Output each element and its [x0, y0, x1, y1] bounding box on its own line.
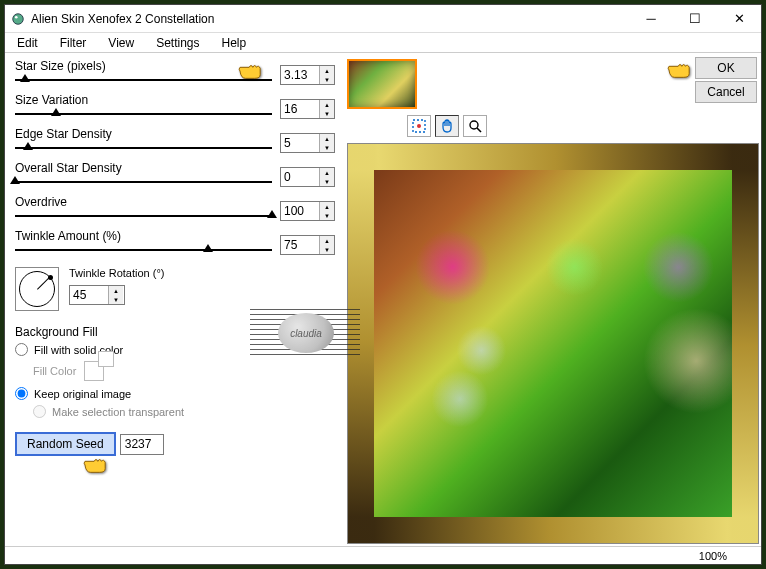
twinkle-amount-track[interactable] [15, 245, 272, 255]
svg-point-3 [417, 124, 421, 128]
edge-density-label: Edge Star Density [15, 127, 112, 141]
overdrive-input[interactable] [281, 202, 319, 220]
size-variation-spinner[interactable]: ▲▼ [280, 99, 335, 119]
twinkle-rotation-input[interactable] [70, 286, 108, 304]
window-title: Alien Skin Xenofex 2 Constellation [31, 12, 629, 26]
menu-help[interactable]: Help [218, 34, 251, 52]
cancel-button[interactable]: Cancel [695, 81, 757, 103]
slider-overdrive: Overdrive ▲▼ [15, 195, 335, 221]
star-size-track[interactable] [15, 75, 272, 85]
random-seed-row: Random Seed [15, 432, 335, 456]
menu-settings[interactable]: Settings [152, 34, 203, 52]
zoom-tool-icon[interactable] [463, 115, 487, 137]
size-variation-track[interactable] [15, 109, 272, 119]
fill-color-row: Fill Color [15, 361, 335, 381]
statusbar: 100% [5, 546, 761, 564]
size-variation-input[interactable] [281, 100, 319, 118]
overall-density-label: Overall Star Density [15, 161, 122, 175]
svg-point-0 [13, 13, 24, 24]
overall-density-spinner[interactable]: ▲▼ [280, 167, 335, 187]
preview-thumbnail[interactable] [347, 59, 417, 109]
controls-panel: Star Size (pixels) ▲▼ Size Variation [5, 53, 345, 546]
app-icon [11, 12, 25, 26]
preview-panel: OK Cancel [345, 53, 761, 546]
marquee-tool-icon[interactable] [407, 115, 431, 137]
slider-star-size: Star Size (pixels) ▲▼ [15, 59, 335, 85]
twinkle-amount-label: Twinkle Amount (%) [15, 229, 121, 243]
radio-transparent-label: Make selection transparent [52, 406, 184, 418]
edge-density-input[interactable] [281, 134, 319, 152]
menu-view[interactable]: View [104, 34, 138, 52]
overall-density-input[interactable] [281, 168, 319, 186]
svg-point-4 [470, 121, 478, 129]
star-size-spinner[interactable]: ▲▼ [280, 65, 335, 85]
hand-tool-icon[interactable] [435, 115, 459, 137]
dialog-window: Alien Skin Xenofex 2 Constellation ─ ☐ ✕… [4, 4, 762, 565]
up-arrow-icon[interactable]: ▲ [320, 66, 334, 75]
star-size-input[interactable] [281, 66, 319, 84]
pointing-hand-icon [81, 454, 111, 476]
rotation-dial[interactable] [15, 267, 59, 311]
svg-line-5 [477, 128, 481, 132]
radio-keep-original[interactable]: Keep original image [15, 387, 335, 400]
window-controls: ─ ☐ ✕ [629, 5, 761, 33]
radio-make-transparent: Make selection transparent [15, 405, 335, 418]
twinkle-rotation-spinner[interactable]: ▲▼ [69, 285, 125, 305]
preview-image [348, 144, 758, 543]
slider-twinkle-amount: Twinkle Amount (%) ▲▼ [15, 229, 335, 255]
close-button[interactable]: ✕ [717, 5, 761, 33]
random-seed-button[interactable]: Random Seed [15, 432, 116, 456]
star-size-label: Star Size (pixels) [15, 59, 106, 73]
radio-keep-label: Keep original image [34, 388, 131, 400]
edge-density-spinner[interactable]: ▲▼ [280, 133, 335, 153]
radio-solid-color[interactable]: Fill with solid color [15, 343, 335, 356]
pointing-hand-icon [665, 59, 695, 81]
twinkle-rotation-group: Twinkle Rotation (°) ▲▼ [15, 267, 335, 311]
minimize-button[interactable]: ─ [629, 5, 673, 33]
overdrive-track[interactable] [15, 211, 272, 221]
preview-viewport[interactable] [347, 143, 759, 544]
menu-edit[interactable]: Edit [13, 34, 42, 52]
overdrive-spinner[interactable]: ▲▼ [280, 201, 335, 221]
random-seed-input[interactable] [120, 434, 164, 455]
twinkle-amount-input[interactable] [281, 236, 319, 254]
maximize-button[interactable]: ☐ [673, 5, 717, 33]
svg-point-1 [15, 15, 18, 18]
twinkle-amount-spinner[interactable]: ▲▼ [280, 235, 335, 255]
menu-filter[interactable]: Filter [56, 34, 91, 52]
preview-tools [407, 115, 487, 137]
zoom-level: 100% [699, 550, 727, 562]
slider-overall-density: Overall Star Density ▲▼ [15, 161, 335, 187]
ok-button[interactable]: OK [695, 57, 757, 79]
thumbnail-area [347, 59, 417, 109]
fill-color-label: Fill Color [33, 365, 76, 377]
overdrive-label: Overdrive [15, 195, 67, 209]
background-fill-heading: Background Fill [15, 325, 335, 339]
overall-density-track[interactable] [15, 177, 272, 187]
fill-color-swatch-bg[interactable] [98, 351, 114, 367]
down-arrow-icon[interactable]: ▼ [320, 75, 334, 84]
edge-density-track[interactable] [15, 143, 272, 153]
twinkle-rotation-label: Twinkle Rotation (°) [69, 267, 165, 279]
titlebar: Alien Skin Xenofex 2 Constellation ─ ☐ ✕ [5, 5, 761, 33]
background-fill-group: Background Fill Fill with solid color Fi… [15, 325, 335, 418]
slider-size-variation: Size Variation ▲▼ [15, 93, 335, 119]
slider-edge-density: Edge Star Density ▲▼ [15, 127, 335, 153]
size-variation-label: Size Variation [15, 93, 88, 107]
menubar: Edit Filter View Settings Help [5, 33, 761, 53]
